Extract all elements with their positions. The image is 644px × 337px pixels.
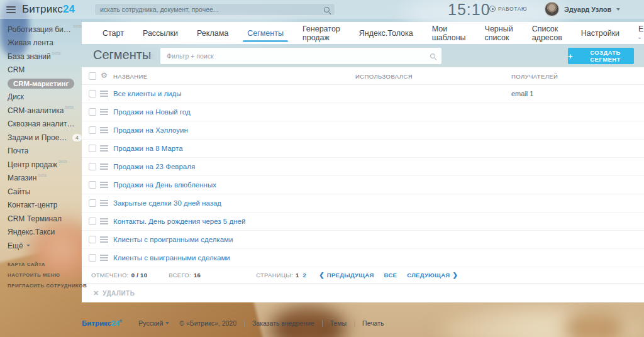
tab[interactable]: Список адресов [523,22,572,44]
sidebar-footer-link[interactable]: ПРИГЛАСИТЬ СОТРУДНИКОВ [0,280,82,291]
sidebar-item[interactable]: CRM Терминал [0,212,82,226]
segment-link[interactable]: Закрытые сделки 30 дней назад [113,199,221,207]
row-checkbox[interactable] [89,218,96,225]
row-menu-icon[interactable] [100,236,108,243]
user-menu[interactable]: Эдуард Узлов [545,2,620,16]
segment-link[interactable]: Все клиенты и лиды [113,90,182,97]
app-logo[interactable]: Битрикс24 [22,3,75,16]
row-menu-icon[interactable] [100,127,108,133]
segment-link[interactable]: Продажи на 23 Февраля [113,163,195,170]
footer-logo[interactable]: Битрикс24® [82,319,122,327]
select-all-checkbox[interactable] [89,72,96,80]
divider [322,320,323,327]
sidebar-footer: КАРТА САЙТА НАСТРОИТЬ МЕНЮ ПРИГЛАСИТЬ СО… [0,259,82,291]
global-search[interactable] [94,3,335,16]
global-search-input[interactable] [100,6,324,13]
row-checkbox[interactable] [89,126,96,134]
tab[interactable]: Мои шаблоны [423,22,475,44]
sidebar-item[interactable]: Роботизация бизнес... beta [0,23,82,36]
delete-action[interactable]: ✕ УДАЛИТЬ [82,284,644,302]
work-status[interactable]: РАБОТАЮ [489,6,527,12]
sidebar-item[interactable]: База знаний beta [0,50,82,64]
sidebar-item[interactable]: Диск [0,91,82,104]
row-menu-icon[interactable] [100,255,108,261]
footer-link-themes[interactable]: Темы [330,319,347,327]
footer-link-implementation[interactable]: Заказать внедрение [252,319,314,327]
sidebar-item[interactable]: Магазин beta [0,172,82,185]
status-label: РАБОТАЮ [498,6,527,12]
sidebar-footer-link[interactable]: КАРТА САЙТА [0,259,82,270]
gear-icon[interactable]: ⚙ [101,72,108,79]
page-header: Сегменты ☆ + СОЗДАТЬ СЕГМЕНТ [82,44,644,67]
tab[interactable]: Генератор продаж [293,22,350,44]
page-2-link[interactable]: 2 [303,272,307,279]
tab[interactable]: Старт [93,22,133,44]
sidebar-item[interactable]: Сквозная аналитика [0,118,82,131]
tab[interactable]: Еще - [629,22,644,44]
language-selector[interactable]: Русский [138,319,169,327]
segment-link[interactable]: Продажи на Новый год [113,108,191,116]
tab[interactable]: Реклама [187,22,238,44]
create-segment-button[interactable]: + СОЗДАТЬ СЕГМЕНТ [568,48,634,64]
column-recipients: ПОЛУЧАТЕЛЕЙ [511,73,558,80]
row-checkbox[interactable] [89,163,96,170]
row-menu-icon[interactable] [100,109,108,115]
tab[interactable]: Яндекс.Толока [350,22,423,44]
row-checkbox[interactable] [89,181,96,189]
segment-link[interactable]: Продажи на 8 Марта [113,145,183,152]
filter-input[interactable] [167,52,430,60]
recipients-value: email 1 [511,90,533,97]
sidebar-item[interactable]: Задачи и Проекты 4 [0,131,82,145]
table-header: ⚙ НАЗВАНИЕ ИСПОЛЬЗОВАЛСЯ ПОЛУЧАТЕЛЕЙ [82,67,644,85]
worktime-clock[interactable]: 15:10 [448,1,491,19]
sidebar-item[interactable]: Центр продаж beta [0,158,82,172]
table-row: Продажи на 8 Марта [82,140,644,158]
footer-link-print[interactable]: Печать [362,319,384,327]
sidebar-item[interactable]: CRM [0,64,82,77]
sidebar-item[interactable]: Яндекс.Такси [0,226,82,240]
sidebar-item[interactable]: Почта [0,145,82,158]
page-footer: Битрикс24® Русский © «Битрикс», 2020 Зак… [82,319,384,327]
segment-link[interactable]: Контакты. День рождения через 5 дней [113,218,245,225]
row-checkbox[interactable] [89,236,96,243]
row-checkbox[interactable] [89,90,96,97]
segment-link[interactable]: Продажи на День влюбленных [113,181,216,189]
table-row: Клиенты с выигранными сделками [82,249,644,267]
tab[interactable]: Сегменты [238,22,293,44]
row-menu-icon[interactable] [100,218,108,224]
segment-link[interactable]: Продажи на Хэллоуин [113,126,188,134]
sidebar-item[interactable]: Живая лента [0,36,82,50]
tab[interactable]: Настройки [572,22,629,44]
sidebar-item[interactable]: Сайты [0,185,82,199]
row-menu-icon[interactable] [100,163,108,170]
row-menu-icon[interactable] [100,182,108,188]
all-pages-link[interactable]: ВСЕ [384,272,397,279]
beta-tag: beta [58,159,67,163]
row-menu-icon[interactable] [100,200,108,206]
row-menu-icon[interactable] [100,145,108,152]
segment-link[interactable]: Клиенты с проигранными сделками [113,236,233,243]
row-checkbox[interactable] [89,199,96,207]
tab[interactable]: Черный список [475,22,523,44]
copyright: © «Битрикс», 2020 [179,319,236,327]
sidebar-item[interactable]: Ещё [0,239,82,253]
chevron-right-icon[interactable]: ❯ [453,272,458,279]
row-menu-icon[interactable] [100,91,108,97]
row-checkbox[interactable] [89,254,96,262]
row-checkbox[interactable] [89,108,96,116]
favorite-star-icon[interactable]: ☆ [147,51,155,61]
sidebar-item[interactable]: Контакт-центр [0,199,82,213]
sidebar-item-label: Контакт-центр [8,201,57,209]
chevron-left-icon[interactable]: ❮ [319,272,325,279]
sidebar-footer-link[interactable]: НАСТРОИТЬ МЕНЮ [0,270,82,280]
tab[interactable]: Рассылки [133,22,187,44]
sidebar-item[interactable]: CRM-аналитика beta [0,104,82,118]
filter-bar[interactable] [160,48,441,64]
prev-page-link[interactable]: ПРЕДЫДУЩАЯ [327,272,374,279]
row-checkbox[interactable] [89,145,96,152]
hamburger-menu-icon[interactable] [6,6,16,13]
sidebar-item[interactable]: CRM-маркетинг [0,77,82,91]
sidebar-item-label: Центр продаж [8,160,57,169]
segment-link[interactable]: Клиенты с выигранными сделками [113,254,230,262]
next-page-link[interactable]: СЛЕДУЮЩАЯ [407,272,450,279]
